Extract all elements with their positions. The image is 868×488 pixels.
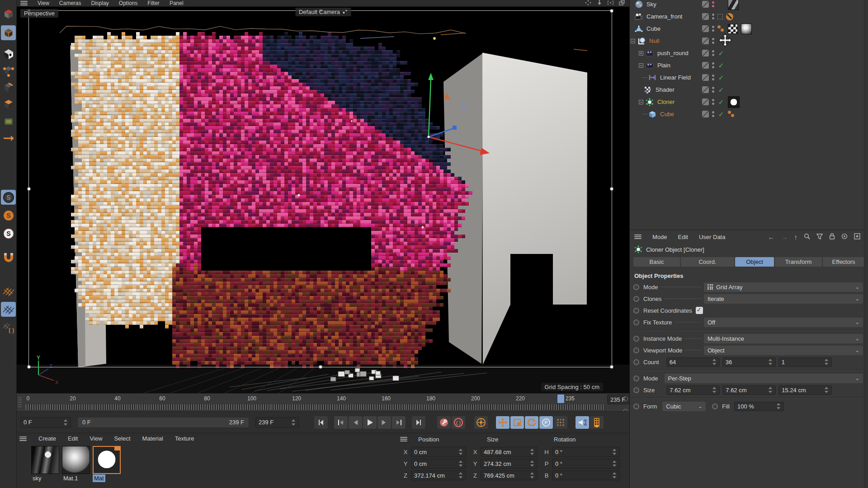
count-x-field[interactable]: 64 (666, 357, 720, 367)
visibility-dots[interactable] (712, 1, 714, 7)
keyframe-dot[interactable] (633, 296, 639, 302)
viewport-menu-icon[interactable] (20, 1, 28, 5)
object-row-camera-front[interactable]: Camera_front (630, 10, 868, 23)
form-dropdown[interactable]: Cubic⌄ (662, 402, 706, 411)
checker-texture-tag[interactable] (728, 24, 738, 34)
frame-range-slider[interactable]: 0 F239 F (77, 417, 249, 428)
next-key-button[interactable] (392, 416, 406, 429)
keyframe-dot[interactable] (633, 387, 639, 393)
make-editable-icon[interactable] (1, 6, 16, 21)
search-icon[interactable] (804, 233, 810, 241)
expander-icon[interactable]: − (639, 100, 643, 104)
size-y-field[interactable]: 274.32 cm (481, 459, 538, 469)
tab-transform[interactable]: Transform (775, 257, 822, 267)
enabled-check-icon[interactable]: ✓ (717, 61, 725, 70)
rotation-b-field[interactable]: 0 ° (552, 470, 620, 480)
keyframe-dot[interactable] (633, 359, 639, 365)
layer-toggle[interactable] (702, 86, 709, 93)
planar-workplane-icon[interactable] (1, 302, 16, 317)
reset-coordinates-checkbox[interactable] (696, 307, 703, 314)
menu-filter[interactable]: Filter (147, 0, 160, 6)
camera-label[interactable]: Default Camera (295, 8, 351, 16)
material-name[interactable]: Mat.1 (62, 474, 80, 482)
menu-panel[interactable]: Panel (170, 0, 184, 6)
expander-icon[interactable]: − (631, 39, 635, 43)
keyframe-dot[interactable] (633, 375, 639, 381)
enabled-check-icon[interactable]: ✓ (717, 74, 725, 82)
size-z-field[interactable]: 15.24 cm (778, 385, 832, 395)
rotation-p-field[interactable]: 0 ° (552, 459, 620, 469)
fill-field[interactable]: 100 % (734, 402, 784, 411)
material-name[interactable]: sky (31, 474, 43, 482)
keyframe-dot[interactable] (633, 336, 639, 342)
play-button[interactable] (363, 416, 377, 429)
model-mode-icon[interactable] (1, 25, 16, 40)
mat-menu-texture[interactable]: Texture (175, 435, 194, 442)
sound-toggle[interactable] (576, 416, 589, 429)
key-pla-toggle[interactable] (554, 416, 567, 429)
attribute-menu-icon[interactable] (634, 235, 642, 239)
visibility-dots[interactable] (712, 38, 714, 44)
tab-coord[interactable]: Coord. (681, 257, 734, 267)
am-menu-userdata[interactable]: User Data (699, 234, 726, 240)
object-row-cloner[interactable]: − Cloner ✓ (630, 96, 868, 108)
mat-menu-material[interactable]: Material (142, 435, 163, 442)
size-y-field[interactable]: 7.62 cm (722, 385, 776, 395)
keyframe-dot[interactable] (633, 404, 639, 409)
target-icon[interactable] (841, 233, 848, 241)
object-row-plain[interactable]: − Plain ✓ (630, 59, 868, 71)
key-parameter-toggle[interactable]: P (539, 416, 553, 429)
keyframe-dot[interactable] (633, 284, 639, 290)
mat-menu-create[interactable]: Create (38, 435, 56, 442)
visibility-dots[interactable] (712, 14, 714, 19)
object-row-push-round[interactable]: + push_round ✓ (630, 47, 868, 59)
menu-cameras[interactable]: Cameras (59, 0, 81, 6)
sky-texture-tag[interactable] (728, 0, 739, 10)
motion-clip-button[interactable] (590, 416, 604, 429)
material-mat-selected[interactable]: Mat (93, 446, 122, 482)
autokey-button[interactable]: ( ) (452, 416, 465, 429)
timeline-ruler[interactable]: 0 20 40 60 80 100 120 140 160 180 200 22… (17, 393, 629, 411)
keyframe-dot[interactable] (633, 319, 639, 325)
enabled-check-icon[interactable]: ✓ (717, 98, 725, 106)
menu-view[interactable]: View (38, 0, 49, 6)
mat-menu-edit[interactable]: Edit (68, 435, 78, 442)
object-row-null[interactable]: − Null (630, 35, 868, 47)
filter-icon[interactable] (816, 233, 823, 241)
am-menu-mode[interactable]: Mode (652, 234, 667, 240)
am-menu-edit[interactable]: Edit (678, 234, 688, 240)
record-keyframe-button[interactable] (437, 416, 451, 429)
up-arrow-icon[interactable]: ↑ (794, 233, 798, 241)
object-row-cube[interactable]: Cube (630, 23, 868, 35)
coords-menu-icon[interactable] (400, 437, 407, 441)
visibility-dots[interactable] (712, 62, 714, 68)
layer-toggle[interactable] (702, 1, 709, 8)
material-mat1[interactable]: Mat.1 (62, 446, 91, 482)
new-panel-icon[interactable] (854, 233, 860, 241)
workplane-snap-icon[interactable]: S (1, 226, 16, 241)
layer-toggle[interactable] (702, 50, 709, 56)
camera-link-slot[interactable] (717, 14, 723, 19)
enabled-check-icon[interactable]: ✓ (717, 49, 725, 57)
lock-icon[interactable] (829, 233, 835, 241)
quantize-icon[interactable]: S (1, 208, 16, 223)
mode-dropdown[interactable]: Grid Array⌄ (704, 282, 863, 292)
view-label[interactable]: Perspective (20, 9, 58, 18)
visibility-dots[interactable] (712, 99, 714, 105)
layer-toggle[interactable] (702, 62, 709, 69)
clones-dropdown[interactable]: Iterate⌄ (704, 294, 863, 304)
visibility-dots[interactable] (712, 75, 714, 80)
prev-key-button[interactable] (334, 416, 348, 429)
rotate-view-icon[interactable] (608, 0, 613, 7)
toggle-panels-icon[interactable] (619, 0, 625, 7)
start-frame-field[interactable]: 0 F (20, 417, 71, 428)
forward-arrow-icon[interactable]: → (781, 233, 788, 241)
expander-icon[interactable]: + (639, 51, 643, 56)
workplane-transform-icon[interactable]: ( ) (1, 320, 16, 335)
mat-menu-view[interactable]: View (90, 435, 102, 442)
end-frame-field[interactable]: 239 F (255, 417, 299, 428)
points-mode-icon[interactable] (1, 63, 16, 78)
mat-menu-select[interactable]: Select (114, 435, 130, 442)
perspective-viewport[interactable]: Perspective Default Camera Grid Spacing … (17, 7, 629, 393)
keyframe-dot[interactable] (633, 347, 639, 353)
